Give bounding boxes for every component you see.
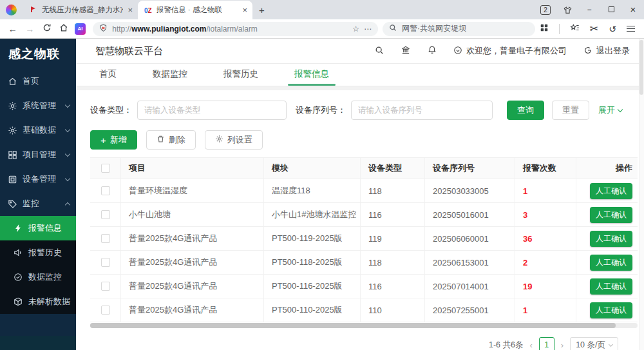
- row-checkbox[interactable]: [101, 234, 110, 243]
- shield-permission-icon[interactable]: [99, 24, 108, 34]
- table-row: 小牛山池塘 小牛山1#池塘水温监控 116 202505016001 3 人工确…: [90, 203, 638, 227]
- horizontal-scrollbar[interactable]: [90, 323, 638, 328]
- sidebar-item-device-management[interactable]: 设备管理: [0, 167, 76, 191]
- main-content: 智慧物联云平台: [76, 39, 644, 350]
- new-tab-button[interactable]: +: [259, 5, 265, 15]
- home-icon[interactable]: [57, 23, 70, 34]
- confirm-button[interactable]: 人工确认: [590, 278, 632, 295]
- reset-button[interactable]: 重置: [552, 101, 589, 120]
- row-checkbox[interactable]: [101, 186, 110, 195]
- page-size-select[interactable]: 10 条/页: [570, 337, 618, 350]
- bookmark-star-icon[interactable]: ☆: [352, 24, 359, 34]
- table-row: 普量环境温湿度 温湿度118 118 202503033005 1 人工确认: [90, 179, 638, 203]
- search-field[interactable]: 网警·共筑网安堤坝: [383, 22, 535, 36]
- undo-icon[interactable]: ↺: [609, 24, 616, 34]
- back-icon[interactable]: ←: [6, 24, 19, 34]
- tab-close-icon[interactable]: ×: [128, 5, 133, 15]
- tab-data-monitoring[interactable]: 数据监控: [149, 68, 191, 86]
- sidebar-logo: 感之物联: [0, 39, 76, 69]
- scissors-icon[interactable]: ✂: [590, 23, 598, 35]
- more-options-icon[interactable]: ⋯: [364, 24, 372, 34]
- query-button[interactable]: 查询: [507, 101, 544, 120]
- serial-number-label: 设备序列号：: [296, 104, 346, 116]
- tab-close-icon[interactable]: ×: [242, 5, 247, 15]
- divider: [559, 24, 560, 34]
- sidebar-item-project-management[interactable]: 项目管理: [0, 142, 76, 167]
- notification-bell-icon[interactable]: [428, 45, 437, 57]
- row-checkbox[interactable]: [101, 210, 110, 219]
- col-project: 项目: [121, 158, 264, 179]
- confirm-button[interactable]: 人工确认: [590, 183, 632, 199]
- chevron-down-icon: [65, 126, 70, 131]
- tab-stash-icon[interactable]: [556, 0, 578, 19]
- maximize-button[interactable]: [600, 0, 622, 19]
- browser-logo-icon[interactable]: [6, 5, 17, 15]
- add-button[interactable]: + 新增: [90, 130, 137, 150]
- page-1-button[interactable]: 1: [539, 337, 554, 350]
- url-text[interactable]: http://www.puliangiot.com/iotalarm/alarm: [112, 24, 348, 34]
- tab-count-badge[interactable]: 2: [540, 5, 551, 15]
- col-module: 模块: [264, 158, 361, 179]
- confirm-button[interactable]: 人工确认: [590, 302, 632, 318]
- tab-alarm-info-active[interactable]: 报警信息: [290, 68, 333, 86]
- cell-project: 小牛山池塘: [121, 203, 264, 226]
- delete-button[interactable]: 删除: [146, 130, 196, 150]
- sidebar-subitem-alarm-history[interactable]: 报警历史: [0, 240, 76, 265]
- sidebar-item-system-management[interactable]: 系统管理: [0, 93, 76, 118]
- next-page-button[interactable]: ›: [561, 340, 564, 350]
- sidebar-subitem-data-monitoring[interactable]: 数据监控: [0, 265, 76, 289]
- forward-icon[interactable]: →: [23, 24, 35, 34]
- sidebar-item-base-data[interactable]: 基础数据: [0, 118, 76, 142]
- scrollbar-thumb[interactable]: [639, 40, 643, 95]
- cube-icon: [14, 297, 23, 307]
- organization-bank-icon[interactable]: [401, 45, 411, 57]
- search-text: 网警·共筑网安堤坝: [402, 23, 466, 34]
- header-search-icon[interactable]: [375, 46, 384, 57]
- minimize-button[interactable]: −: [578, 0, 600, 19]
- cell-device-type: 116: [361, 275, 425, 298]
- ai-assistant-icon[interactable]: AI: [75, 23, 86, 35]
- vertical-scrollbar[interactable]: [639, 39, 644, 350]
- url-field[interactable]: http://www.puliangiot.com/iotalarm/alarm…: [93, 22, 378, 36]
- refresh-icon[interactable]: [41, 23, 53, 34]
- apps-grid-icon[interactable]: [540, 23, 549, 35]
- cell-project: 普量2025款4G通讯产品: [121, 298, 264, 322]
- cell-module: PT500-118-2025版: [264, 251, 361, 274]
- cell-alarm-count: 1: [515, 179, 576, 202]
- chevron-down-icon: [65, 102, 70, 107]
- welcome-group[interactable]: 欢迎您，普量电子有限公司: [453, 45, 567, 57]
- confirm-button[interactable]: 人工确认: [590, 207, 632, 223]
- row-checkbox[interactable]: [101, 282, 110, 291]
- cell-serial: 202507014001: [425, 275, 515, 298]
- sidebar-item-monitoring[interactable]: 监控: [0, 191, 76, 216]
- confirm-button[interactable]: 人工确认: [590, 255, 632, 271]
- device-type-label: 设备类型：: [90, 104, 132, 116]
- pagination-summary: 1-6 共6条: [489, 340, 524, 350]
- confirm-button[interactable]: 人工确认: [590, 231, 632, 247]
- sidebar-subitem-unparsed-data[interactable]: 未解析数据: [0, 289, 76, 314]
- tab-alarm-history[interactable]: 报警历史: [220, 68, 262, 86]
- sidebar-item-home[interactable]: 首页: [0, 69, 76, 93]
- cell-device-type: 119: [361, 227, 425, 250]
- close-button[interactable]: ×: [622, 0, 644, 19]
- prev-page-button[interactable]: ‹: [529, 340, 532, 350]
- sidebar-subitem-alarm-info[interactable]: 报警信息: [0, 216, 76, 240]
- col-alarm-count: 报警次数: [515, 158, 576, 179]
- column-settings-button[interactable]: 列设置: [205, 130, 263, 150]
- window-controls: 2 − ×: [535, 0, 644, 19]
- table-row: 普量2025款4G通讯产品 PT500-119-2025版 119 202506…: [90, 227, 638, 251]
- scrollbar-thumb[interactable]: [90, 323, 616, 328]
- row-checkbox[interactable]: [101, 258, 110, 267]
- browser-tab-1[interactable]: 无线压力传感器_静力水准仪_ ×: [23, 1, 138, 19]
- row-checkbox[interactable]: [101, 306, 110, 315]
- bookmarks-list-icon[interactable]: [570, 23, 580, 35]
- browser-tab-2-active[interactable]: 0Z 报警信息 · 感之物联 ×: [138, 1, 252, 19]
- device-type-input[interactable]: [137, 101, 287, 120]
- select-all-checkbox[interactable]: [101, 164, 110, 173]
- menu-icon[interactable]: [627, 24, 635, 34]
- browser-window: 无线压力传感器_静力水准仪_ × 0Z 报警信息 · 感之物联 × + 2 − …: [0, 0, 644, 350]
- logout-button[interactable]: 退出登录: [583, 45, 630, 57]
- expand-toggle[interactable]: 展开: [598, 104, 622, 116]
- serial-number-input[interactable]: [351, 101, 493, 120]
- tab-home[interactable]: 首页: [95, 68, 120, 86]
